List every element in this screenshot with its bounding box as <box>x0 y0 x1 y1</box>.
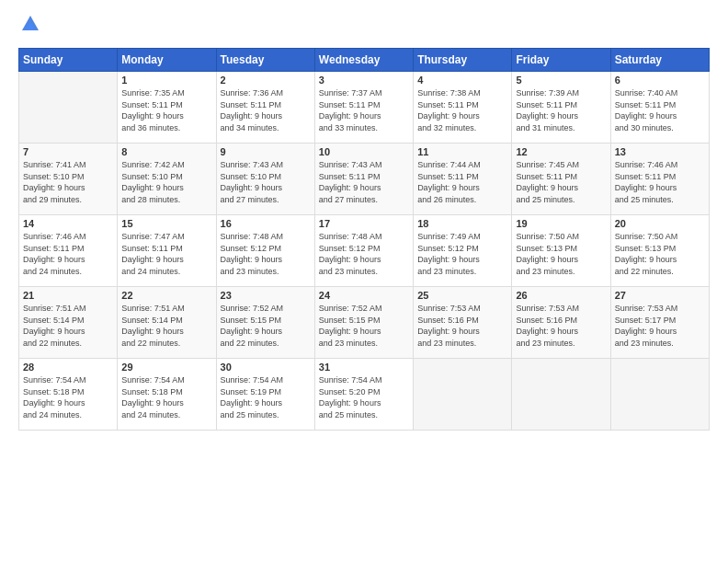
day-detail: Sunrise: 7:42 AMSunset: 5:10 PMDaylight:… <box>121 159 211 205</box>
weekday-sunday: Sunday <box>19 49 118 72</box>
day-number: 4 <box>417 75 507 86</box>
day-number: 1 <box>121 75 211 86</box>
day-detail: Sunrise: 7:47 AMSunset: 5:11 PMDaylight:… <box>121 231 211 277</box>
day-detail: Sunrise: 7:51 AMSunset: 5:14 PMDaylight:… <box>121 303 211 349</box>
day-detail: Sunrise: 7:53 AMSunset: 5:17 PMDaylight:… <box>615 303 705 349</box>
week-row-0: 1Sunrise: 7:35 AMSunset: 5:11 PMDaylight… <box>19 72 710 144</box>
day-detail: Sunrise: 7:53 AMSunset: 5:16 PMDaylight:… <box>516 303 606 349</box>
calendar-cell: 3Sunrise: 7:37 AMSunset: 5:11 PMDaylight… <box>314 72 413 144</box>
weekday-monday: Monday <box>118 49 216 72</box>
calendar-cell: 30Sunrise: 7:54 AMSunset: 5:19 PMDayligh… <box>216 359 314 431</box>
day-number: 5 <box>516 75 606 86</box>
day-number: 20 <box>615 218 705 229</box>
calendar-cell: 13Sunrise: 7:46 AMSunset: 5:11 PMDayligh… <box>610 144 709 215</box>
day-number: 15 <box>121 218 211 229</box>
calendar-cell: 14Sunrise: 7:46 AMSunset: 5:11 PMDayligh… <box>19 215 118 287</box>
day-detail: Sunrise: 7:46 AMSunset: 5:11 PMDaylight:… <box>615 159 705 205</box>
week-row-2: 14Sunrise: 7:46 AMSunset: 5:11 PMDayligh… <box>19 215 710 287</box>
day-number: 29 <box>121 362 211 373</box>
day-detail: Sunrise: 7:36 AMSunset: 5:11 PMDaylight:… <box>221 87 311 133</box>
calendar-cell: 19Sunrise: 7:50 AMSunset: 5:13 PMDayligh… <box>512 215 610 287</box>
calendar-cell: 4Sunrise: 7:38 AMSunset: 5:11 PMDaylight… <box>414 72 512 144</box>
day-detail: Sunrise: 7:46 AMSunset: 5:11 PMDaylight:… <box>23 231 113 277</box>
day-number: 23 <box>221 290 311 301</box>
day-detail: Sunrise: 7:43 AMSunset: 5:11 PMDaylight:… <box>319 159 409 205</box>
header <box>18 14 710 39</box>
day-number: 18 <box>417 218 507 229</box>
day-number: 25 <box>417 290 507 301</box>
calendar-cell: 26Sunrise: 7:53 AMSunset: 5:16 PMDayligh… <box>512 287 610 359</box>
calendar-cell: 18Sunrise: 7:49 AMSunset: 5:12 PMDayligh… <box>414 215 512 287</box>
day-detail: Sunrise: 7:41 AMSunset: 5:10 PMDaylight:… <box>23 159 113 205</box>
day-number: 2 <box>221 75 311 86</box>
calendar-cell: 27Sunrise: 7:53 AMSunset: 5:17 PMDayligh… <box>610 287 709 359</box>
day-number: 14 <box>23 218 113 229</box>
calendar-cell: 10Sunrise: 7:43 AMSunset: 5:11 PMDayligh… <box>314 144 413 215</box>
calendar-cell <box>610 359 709 431</box>
day-number: 21 <box>23 290 113 301</box>
weekday-friday: Friday <box>512 49 610 72</box>
calendar-cell: 5Sunrise: 7:39 AMSunset: 5:11 PMDaylight… <box>512 72 610 144</box>
day-number: 19 <box>516 218 606 229</box>
calendar-cell: 21Sunrise: 7:51 AMSunset: 5:14 PMDayligh… <box>19 287 118 359</box>
calendar-table: SundayMondayTuesdayWednesdayThursdayFrid… <box>18 48 710 431</box>
calendar-cell: 6Sunrise: 7:40 AMSunset: 5:11 PMDaylight… <box>610 72 709 144</box>
day-detail: Sunrise: 7:48 AMSunset: 5:12 PMDaylight:… <box>221 231 311 277</box>
day-detail: Sunrise: 7:37 AMSunset: 5:11 PMDaylight:… <box>319 87 409 133</box>
calendar-cell: 15Sunrise: 7:47 AMSunset: 5:11 PMDayligh… <box>118 215 216 287</box>
day-detail: Sunrise: 7:40 AMSunset: 5:11 PMDaylight:… <box>615 87 705 133</box>
day-number: 6 <box>615 75 705 86</box>
day-detail: Sunrise: 7:45 AMSunset: 5:11 PMDaylight:… <box>516 159 606 205</box>
day-number: 11 <box>417 146 507 157</box>
calendar-cell: 23Sunrise: 7:52 AMSunset: 5:15 PMDayligh… <box>216 287 314 359</box>
calendar-cell <box>414 359 512 431</box>
day-detail: Sunrise: 7:39 AMSunset: 5:11 PMDaylight:… <box>516 87 606 133</box>
day-number: 27 <box>615 290 705 301</box>
day-number: 28 <box>23 362 113 373</box>
day-number: 24 <box>319 290 409 301</box>
weekday-tuesday: Tuesday <box>216 49 314 72</box>
calendar-cell: 22Sunrise: 7:51 AMSunset: 5:14 PMDayligh… <box>118 287 216 359</box>
day-detail: Sunrise: 7:49 AMSunset: 5:12 PMDaylight:… <box>417 231 507 277</box>
page: SundayMondayTuesdayWednesdayThursdayFrid… <box>0 0 728 563</box>
day-detail: Sunrise: 7:53 AMSunset: 5:16 PMDaylight:… <box>417 303 507 349</box>
day-detail: Sunrise: 7:44 AMSunset: 5:11 PMDaylight:… <box>417 159 507 205</box>
calendar-cell: 24Sunrise: 7:52 AMSunset: 5:15 PMDayligh… <box>314 287 413 359</box>
week-row-3: 21Sunrise: 7:51 AMSunset: 5:14 PMDayligh… <box>19 287 710 359</box>
week-row-4: 28Sunrise: 7:54 AMSunset: 5:18 PMDayligh… <box>19 359 710 431</box>
day-number: 31 <box>319 362 409 373</box>
day-detail: Sunrise: 7:51 AMSunset: 5:14 PMDaylight:… <box>23 303 113 349</box>
day-detail: Sunrise: 7:43 AMSunset: 5:10 PMDaylight:… <box>221 159 311 205</box>
calendar-cell: 20Sunrise: 7:50 AMSunset: 5:13 PMDayligh… <box>610 215 709 287</box>
day-number: 16 <box>221 218 311 229</box>
calendar-cell: 2Sunrise: 7:36 AMSunset: 5:11 PMDaylight… <box>216 72 314 144</box>
calendar-cell: 12Sunrise: 7:45 AMSunset: 5:11 PMDayligh… <box>512 144 610 215</box>
day-detail: Sunrise: 7:38 AMSunset: 5:11 PMDaylight:… <box>417 87 507 133</box>
calendar-cell: 9Sunrise: 7:43 AMSunset: 5:10 PMDaylight… <box>216 144 314 215</box>
day-number: 17 <box>319 218 409 229</box>
day-number: 30 <box>221 362 311 373</box>
day-number: 10 <box>319 146 409 157</box>
day-detail: Sunrise: 7:52 AMSunset: 5:15 PMDaylight:… <box>319 303 409 349</box>
calendar-cell <box>19 72 118 144</box>
day-detail: Sunrise: 7:50 AMSunset: 5:13 PMDaylight:… <box>516 231 606 277</box>
calendar-cell: 7Sunrise: 7:41 AMSunset: 5:10 PMDaylight… <box>19 144 118 215</box>
day-detail: Sunrise: 7:54 AMSunset: 5:18 PMDaylight:… <box>121 374 211 420</box>
day-number: 13 <box>615 146 705 157</box>
day-number: 12 <box>516 146 606 157</box>
day-number: 7 <box>23 146 113 157</box>
calendar-body: 1Sunrise: 7:35 AMSunset: 5:11 PMDaylight… <box>19 72 710 431</box>
day-detail: Sunrise: 7:48 AMSunset: 5:12 PMDaylight:… <box>319 231 409 277</box>
calendar-cell: 25Sunrise: 7:53 AMSunset: 5:16 PMDayligh… <box>414 287 512 359</box>
logo-icon <box>20 14 40 34</box>
weekday-saturday: Saturday <box>610 49 709 72</box>
calendar-cell: 17Sunrise: 7:48 AMSunset: 5:12 PMDayligh… <box>314 215 413 287</box>
calendar-cell: 28Sunrise: 7:54 AMSunset: 5:18 PMDayligh… <box>19 359 118 431</box>
calendar-cell: 11Sunrise: 7:44 AMSunset: 5:11 PMDayligh… <box>414 144 512 215</box>
week-row-1: 7Sunrise: 7:41 AMSunset: 5:10 PMDaylight… <box>19 144 710 215</box>
weekday-header-row: SundayMondayTuesdayWednesdayThursdayFrid… <box>19 49 710 72</box>
day-number: 22 <box>121 290 211 301</box>
calendar-cell <box>512 359 610 431</box>
calendar-cell: 16Sunrise: 7:48 AMSunset: 5:12 PMDayligh… <box>216 215 314 287</box>
day-detail: Sunrise: 7:54 AMSunset: 5:20 PMDaylight:… <box>319 374 409 420</box>
